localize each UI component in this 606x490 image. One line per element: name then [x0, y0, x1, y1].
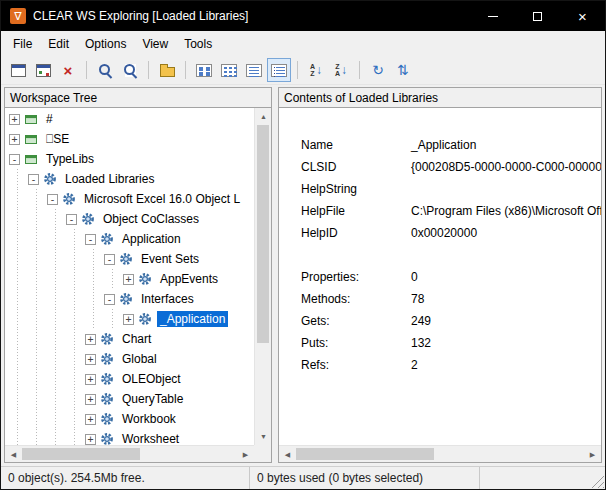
search-objects-button[interactable] — [118, 58, 142, 82]
vertical-scroll-track[interactable] — [255, 125, 271, 428]
horizontal-scroll-thumb[interactable] — [22, 448, 140, 460]
tree-expander[interactable]: + — [85, 374, 96, 385]
up-one-level-button[interactable] — [155, 58, 179, 82]
tree-expander[interactable]: + — [9, 134, 20, 145]
tree-expander[interactable]: + — [85, 394, 96, 405]
search-document-icon — [123, 63, 138, 78]
explore-contents-button[interactable] — [31, 58, 55, 82]
tree-guide — [28, 229, 47, 249]
toolbar: × AZ ↓ ZA ↓ ↻ ⇅ — [1, 56, 605, 85]
detail-row: Properties: 0 — [301, 266, 601, 288]
horizontal-scroll-track[interactable] — [296, 446, 584, 462]
tree-expander[interactable]: + — [85, 354, 96, 365]
tree-expander[interactable]: + — [123, 274, 134, 285]
title-bar[interactable]: ∇ CLEAR WS Exploring [Loaded Libraries] … — [1, 1, 605, 31]
tree-item[interactable]: + QueryTable — [5, 389, 254, 409]
tree-expander[interactable]: - — [85, 234, 96, 245]
tree-expander[interactable]: - — [104, 294, 115, 305]
detail-value: 0 — [411, 270, 418, 284]
large-icons-view-button[interactable] — [192, 58, 216, 82]
tree-item-label: Loaded Libraries — [62, 171, 157, 187]
scroll-left-button[interactable]: ◀ — [5, 446, 22, 463]
tree-item[interactable]: - Event Sets — [5, 249, 254, 269]
tree-item[interactable]: + # — [5, 109, 254, 129]
tree-guide — [47, 289, 66, 309]
tree-item[interactable]: + Worksheet — [5, 429, 254, 445]
tree-item[interactable]: - Application — [5, 229, 254, 249]
list-view-button[interactable] — [242, 58, 266, 82]
tree-item-label: OLEObject — [119, 371, 184, 387]
tree-item[interactable]: - Microsoft Excel 16.0 Object L — [5, 189, 254, 209]
tree-expander[interactable]: - — [47, 194, 58, 205]
delete-button[interactable]: × — [56, 58, 80, 82]
tree-item[interactable]: + AppEvents — [5, 269, 254, 289]
tree-expander[interactable]: + — [9, 114, 20, 125]
tree-item[interactable]: + Workbook — [5, 409, 254, 429]
list-view-icon — [246, 64, 262, 77]
menu-tools[interactable]: Tools — [176, 34, 220, 54]
tree-guide — [9, 309, 28, 329]
tree-item[interactable]: + OLEObject — [5, 369, 254, 389]
workspace-tree-pane: Workspace Tree + # + ⎕SE - TypeLibs - — [4, 87, 272, 463]
status-bar: 0 object(s). 254.5Mb free. 0 bytes used … — [1, 466, 605, 489]
menu-file[interactable]: File — [5, 34, 40, 54]
horizontal-scroll-track[interactable] — [22, 446, 237, 462]
details-view-button[interactable] — [267, 58, 291, 82]
tree-item[interactable]: + _Application — [5, 309, 254, 329]
detail-label: Refs: — [301, 358, 411, 372]
scroll-right-button[interactable]: ▶ — [237, 446, 254, 463]
tree-item[interactable]: - Object CoClasses — [5, 209, 254, 229]
tree-guide — [9, 369, 28, 389]
scroll-right-button[interactable]: ▶ — [584, 446, 601, 463]
gear-icon — [100, 352, 115, 366]
detail-label: Methods: — [301, 292, 411, 306]
tree-item[interactable]: - Loaded Libraries — [5, 169, 254, 189]
tree-item-label: Worksheet — [119, 431, 182, 445]
small-icons-view-button[interactable] — [217, 58, 241, 82]
tree-item[interactable]: + Global — [5, 349, 254, 369]
menu-edit[interactable]: Edit — [40, 34, 77, 54]
maximize-button[interactable] — [515, 1, 560, 31]
sort-ascending-icon: AZ ↓ — [310, 63, 322, 77]
app-icon[interactable]: ∇ — [10, 8, 26, 24]
menu-view[interactable]: View — [134, 34, 176, 54]
tree-expander[interactable]: - — [28, 174, 39, 185]
tree-guide — [9, 269, 28, 289]
tree-expander[interactable]: + — [85, 434, 96, 445]
tree-expander[interactable]: - — [104, 254, 115, 265]
tree-vertical-scrollbar[interactable]: ▲ ▼ — [254, 108, 271, 445]
close-button[interactable]: × — [560, 1, 605, 31]
vertical-scroll-thumb[interactable] — [257, 125, 269, 343]
tree-item[interactable]: - TypeLibs — [5, 149, 254, 169]
resize-grip[interactable] — [590, 474, 604, 488]
tree-item[interactable]: + Chart — [5, 329, 254, 349]
tree-guide — [66, 249, 85, 269]
horizontal-scroll-thumb[interactable] — [296, 448, 434, 460]
sort-toggle-button[interactable]: ⇅ — [391, 58, 415, 82]
tree-expander[interactable]: + — [123, 314, 134, 325]
sort-ascending-button[interactable]: AZ ↓ — [304, 58, 328, 82]
sort-descending-icon: ZA ↓ — [335, 63, 347, 77]
tree-guide — [85, 309, 104, 329]
tree-expander[interactable]: + — [85, 414, 96, 425]
refresh-icon: ↻ — [372, 63, 384, 77]
contents-horizontal-scrollbar[interactable]: ◀ ▶ — [279, 445, 601, 462]
tree-horizontal-scrollbar[interactable]: ◀ ▶ — [5, 445, 254, 462]
tree-expander[interactable]: - — [66, 214, 77, 225]
tree-expander[interactable]: + — [85, 334, 96, 345]
explore-tree-button[interactable] — [6, 58, 30, 82]
scroll-left-button[interactable]: ◀ — [279, 446, 296, 463]
scroll-down-button[interactable]: ▼ — [255, 428, 272, 445]
gear-icon — [138, 312, 153, 326]
minimize-button[interactable] — [470, 1, 515, 31]
menu-options[interactable]: Options — [77, 34, 134, 54]
tree-expander[interactable]: - — [9, 154, 20, 165]
sort-descending-button[interactable]: ZA ↓ — [329, 58, 353, 82]
tree-item-label: AppEvents — [157, 271, 221, 287]
refresh-button[interactable]: ↻ — [366, 58, 390, 82]
scroll-up-button[interactable]: ▲ — [255, 108, 272, 125]
tree-item[interactable]: + ⎕SE — [5, 129, 254, 149]
search-button[interactable] — [93, 58, 117, 82]
tree-item[interactable]: - Interfaces — [5, 289, 254, 309]
tree-guide — [104, 269, 123, 289]
